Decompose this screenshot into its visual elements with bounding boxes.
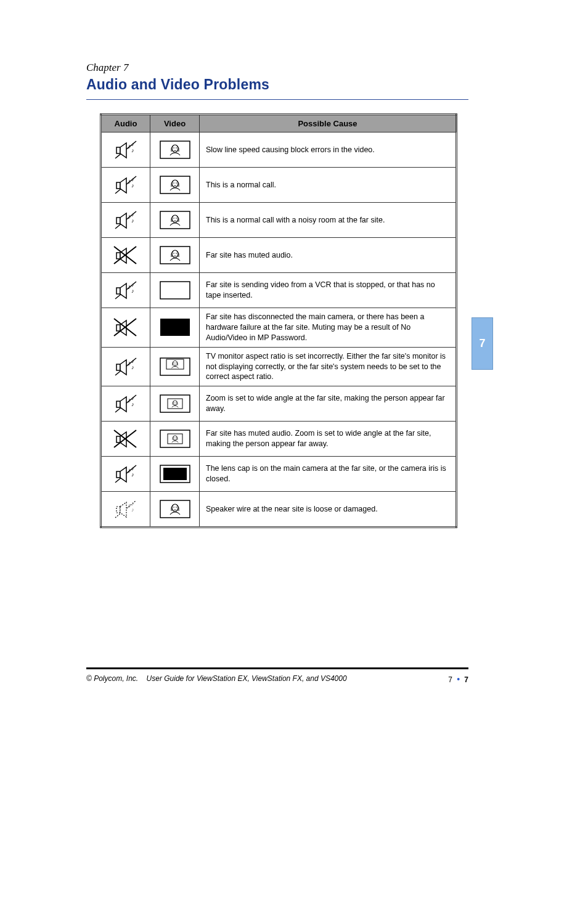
speaker-fading-icon <box>112 497 140 521</box>
section-heading: Audio and Video Problems <box>86 76 468 93</box>
audio-cell <box>101 273 150 308</box>
speaker-on-icon <box>112 462 140 486</box>
table-row: The lens cap is on the main camera at th… <box>101 457 457 492</box>
audio-cell <box>101 132 150 168</box>
video-cell <box>150 203 200 238</box>
cause-cell: Far site has muted audio. <box>200 238 457 273</box>
svg-rect-4 <box>160 282 190 299</box>
page-number: 7 <box>464 675 468 684</box>
audio-cell <box>101 386 150 422</box>
cause-cell: Far site has disconnected the main camer… <box>200 308 457 348</box>
video-cell <box>150 492 200 528</box>
troubleshooting-table: Audio Video Possible Cause Slow line spe… <box>100 113 457 528</box>
footer-copyright: © Polycom, Inc. <box>86 674 138 683</box>
video-cell <box>150 132 200 168</box>
cause-cell: Far site is sending video from a VCR tha… <box>200 273 457 308</box>
speaker-on-icon <box>112 354 140 379</box>
col-header-audio: Audio <box>101 115 150 132</box>
audio-cell <box>101 457 150 492</box>
table-row: TV monitor aspect ratio is set incorrect… <box>101 347 457 386</box>
speaker-on-icon <box>112 391 140 416</box>
table-row: This is a normal call with a noisy room … <box>101 203 457 238</box>
speaker-muted-icon <box>112 243 140 267</box>
audio-cell <box>101 203 150 238</box>
video-cell <box>150 347 200 386</box>
col-header-cause: Possible Cause <box>200 115 457 132</box>
speaker-muted-icon <box>112 426 140 451</box>
footer-divider <box>86 667 468 669</box>
speaker-on-icon <box>112 208 140 232</box>
table-row: Far site has muted audio. Zoom is set to… <box>101 422 457 457</box>
video-static-icon <box>157 279 194 301</box>
cause-cell: This is a normal call with a noisy room … <box>200 203 457 238</box>
video-person-noisy-icon <box>157 209 194 231</box>
speaker-on-icon <box>112 137 140 162</box>
page-prefix: 7 <box>448 675 452 684</box>
audio-cell <box>101 168 150 203</box>
cause-cell: This is a normal call. <box>200 168 457 203</box>
table-row: Far site has muted audio. <box>101 238 457 273</box>
video-cell <box>150 273 200 308</box>
video-black-framed-icon <box>157 463 194 485</box>
cause-cell: TV monitor aspect ratio is set incorrect… <box>200 347 457 386</box>
video-person-small-top-icon <box>157 356 194 378</box>
video-cell <box>150 238 200 273</box>
heading-divider <box>86 99 468 100</box>
video-person-small-center-icon <box>157 393 194 415</box>
video-black-icon <box>157 316 194 338</box>
video-person-noisy-icon <box>157 139 194 161</box>
svg-rect-5 <box>160 319 190 336</box>
video-cell <box>150 168 200 203</box>
audio-cell <box>101 347 150 386</box>
cause-cell: Slow line speed causing block errors in … <box>200 132 457 168</box>
video-person-clear-icon <box>157 174 194 196</box>
chapter-label: Chapter 7 <box>86 62 468 74</box>
video-person-small-center-icon <box>157 428 194 450</box>
audio-cell <box>101 308 150 348</box>
cause-cell: Zoom is set to wide angle at the far sit… <box>200 386 457 422</box>
table-row: Far site is sending video from a VCR tha… <box>101 273 457 308</box>
audio-cell <box>101 492 150 528</box>
video-cell <box>150 308 200 348</box>
video-person-clear-icon <box>157 498 194 520</box>
bullet-icon: • <box>454 674 462 684</box>
chapter-tab: 7 <box>472 317 493 370</box>
speaker-on-icon <box>112 278 140 303</box>
svg-rect-13 <box>163 468 187 480</box>
table-row: Slow line speed causing block errors in … <box>101 132 457 168</box>
table-row: This is a normal call. <box>101 168 457 203</box>
cause-cell: The lens cap is on the main camera at th… <box>200 457 457 492</box>
video-cell <box>150 457 200 492</box>
video-cell <box>150 386 200 422</box>
video-person-clear-icon <box>157 244 194 266</box>
cause-cell: Far site has muted audio. Zoom is set to… <box>200 422 457 457</box>
video-cell <box>150 422 200 457</box>
footer-doc-title: User Guide for ViewStation EX, ViewStati… <box>147 674 347 683</box>
cause-cell: Speaker wire at the near site is loose o… <box>200 492 457 528</box>
page-footer: © Polycom, Inc. User Guide for ViewStati… <box>86 674 468 684</box>
speaker-muted-icon <box>112 315 140 340</box>
table-row: Zoom is set to wide angle at the far sit… <box>101 386 457 422</box>
table-row: Far site has disconnected the main camer… <box>101 308 457 348</box>
audio-cell <box>101 238 150 273</box>
audio-cell <box>101 422 150 457</box>
speaker-on-icon <box>112 173 140 197</box>
col-header-video: Video <box>150 115 200 132</box>
table-row: Speaker wire at the near site is loose o… <box>101 492 457 528</box>
